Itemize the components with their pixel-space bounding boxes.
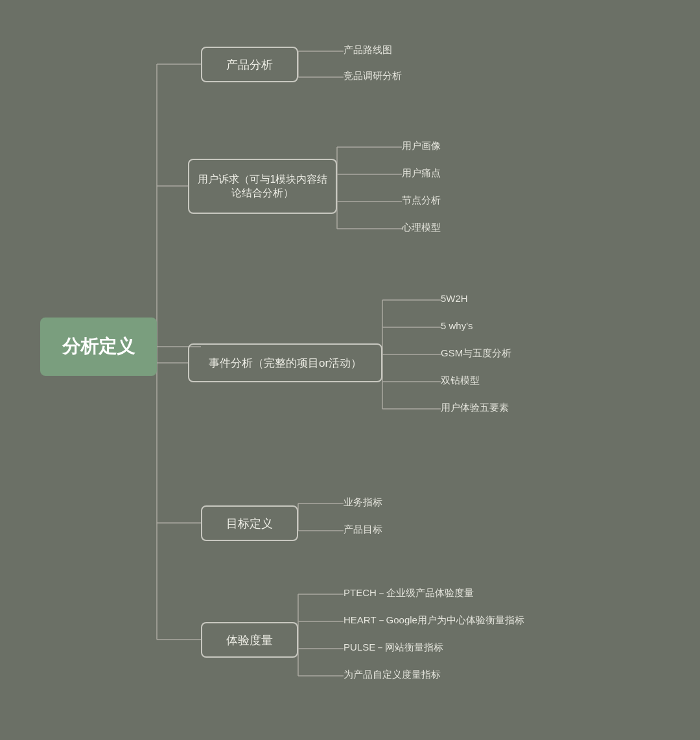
l2-custom-metrics: 为产品自定义度量指标 xyxy=(344,666,441,684)
l2-competitor-analysis: 竞品调研分析 xyxy=(344,67,402,85)
l2-pulse: PULSE－网站衡量指标 xyxy=(344,639,443,656)
l1-node-experience-metrics: 体验度量 xyxy=(201,622,298,658)
l1-node-product-analysis: 产品分析 xyxy=(201,47,298,82)
l1-label-1: 产品分析 xyxy=(226,57,273,73)
l1-label-4: 目标定义 xyxy=(226,516,273,531)
mind-map: 分析定义 产品分析 用户诉求（可与1模块内容结论结合分析） 事件分析（完整的项目… xyxy=(0,0,700,740)
l2-gsm: GSM与五度分析 xyxy=(441,345,511,362)
l2-ptech: PTECH－企业级产品体验度量 xyxy=(344,584,474,602)
l2-5-whys: 5 why's xyxy=(441,318,473,334)
l2-ux-five-elements: 用户体验五要素 xyxy=(441,399,509,417)
root-label: 分析定义 xyxy=(62,334,135,359)
l2-node-analysis: 节点分析 xyxy=(402,192,441,209)
l1-node-goal-definition: 目标定义 xyxy=(201,505,298,541)
l1-node-event-analysis: 事件分析（完整的项目or活动） xyxy=(188,343,382,382)
l1-label-2: 用户诉求（可与1模块内容结论结合分析） xyxy=(197,173,328,200)
l1-label-3: 事件分析（完整的项目or活动） xyxy=(209,356,362,371)
l2-business-metrics: 业务指标 xyxy=(344,494,382,511)
l2-user-pain-points: 用户痛点 xyxy=(402,165,441,182)
l2-mental-model: 心理模型 xyxy=(402,219,441,237)
l2-product-goal: 产品目标 xyxy=(344,521,382,538)
l1-label-5: 体验度量 xyxy=(226,632,273,648)
l2-5w2h: 5W2H xyxy=(441,290,468,306)
l2-heart: HEART－Google用户为中心体验衡量指标 xyxy=(344,612,524,629)
l2-user-portrait: 用户画像 xyxy=(402,137,441,155)
l1-node-user-demand: 用户诉求（可与1模块内容结论结合分析） xyxy=(188,159,337,214)
l2-product-roadmap: 产品路线图 xyxy=(344,41,392,59)
root-node: 分析定义 xyxy=(40,318,157,376)
l2-double-diamond: 双钻模型 xyxy=(441,372,480,389)
